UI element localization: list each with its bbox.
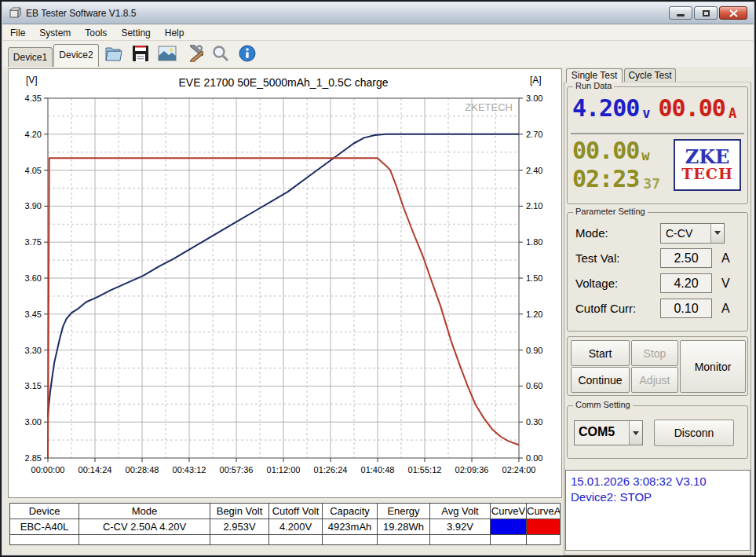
test-val-input[interactable]: 2.50	[660, 248, 712, 268]
voltage-unit-label: V	[721, 277, 730, 291]
time-display: 02:23	[572, 167, 639, 191]
svg-text:1.80: 1.80	[526, 237, 542, 247]
svg-text:ZKETECH: ZKETECH	[465, 101, 513, 113]
svg-text:01:12:00: 01:12:00	[267, 465, 301, 475]
run-data-group: Run Data 4.200 v 00.00 A 00.00 w 02:23 3…	[567, 86, 748, 204]
minimize-button[interactable]	[669, 6, 692, 20]
time-seconds: 37	[643, 177, 660, 191]
disconnect-button[interactable]: Disconn	[654, 420, 734, 446]
results-table: Device Mode Begin Volt Cutoff Volt Capac…	[9, 503, 561, 545]
settings-tools-button[interactable]	[184, 43, 204, 64]
svg-text:3.00: 3.00	[526, 93, 542, 103]
cell-cutoff-volt[interactable]: 4.200V	[269, 519, 322, 534]
menu-help[interactable]: Help	[158, 26, 192, 40]
cell-energy[interactable]: 19.28Wh	[378, 519, 429, 534]
cell-mode[interactable]: C-CV 2.50A 4.20V	[79, 519, 210, 534]
mode-value: C-CV	[661, 224, 710, 243]
save-button[interactable]	[130, 43, 151, 64]
tab-cycle-test[interactable]: Cycle Test	[624, 68, 676, 82]
mode-label: Mode:	[575, 226, 608, 240]
col-avg-volt: Avg Volt	[430, 504, 490, 519]
maximize-button[interactable]	[694, 6, 718, 20]
curve-a-swatch[interactable]	[527, 519, 560, 534]
svg-text:01:26:24: 01:26:24	[314, 465, 348, 475]
col-energy: Energy	[378, 504, 429, 519]
menu-tools[interactable]: Tools	[78, 26, 114, 40]
close-icon	[729, 9, 738, 17]
svg-text:4.05: 4.05	[25, 166, 42, 175]
stop-button[interactable]: Stop	[631, 340, 678, 366]
voltage-unit: v	[642, 107, 650, 120]
test-val-unit: A	[721, 251, 730, 266]
svg-text:0.90: 0.90	[526, 346, 542, 355]
svg-text:3.30: 3.30	[25, 346, 42, 355]
zketech-logo: ZKE TECH	[674, 139, 741, 191]
cell-avg-volt[interactable]: 3.92V	[430, 519, 490, 534]
curve-v-swatch[interactable]	[491, 519, 526, 534]
col-device: Device	[10, 504, 79, 519]
svg-text:02:09:36: 02:09:36	[455, 465, 489, 475]
comm-setting-group: Comm Setting COM5 Disconn	[567, 405, 748, 459]
power-unit: w	[641, 149, 649, 163]
svg-text:0.00: 0.00	[526, 453, 542, 463]
svg-text:[V]: [V]	[26, 75, 38, 86]
adjust-button[interactable]: Adjust	[631, 367, 678, 393]
tab-device2[interactable]: Device2	[53, 44, 99, 67]
logo-line2: TECH	[681, 167, 733, 182]
com-port-value: COM5	[575, 421, 629, 445]
menu-file[interactable]: File	[3, 26, 32, 40]
menu-system[interactable]: System	[32, 26, 78, 40]
svg-text:1.50: 1.50	[526, 273, 542, 283]
chevron-down-icon[interactable]	[710, 224, 724, 243]
voltage-input[interactable]: 4.20	[660, 273, 712, 293]
start-button[interactable]: Start	[571, 340, 630, 366]
svg-text:01:55:12: 01:55:12	[408, 465, 442, 475]
status-box: 15.01.2026 3:08:32 V3.10 Device2: STOP	[565, 470, 751, 551]
logo-line1: ZKE	[685, 148, 730, 167]
window-title: EB Tester Software V1.8.5	[26, 8, 137, 19]
svg-text:00:57:36: 00:57:36	[220, 465, 254, 475]
svg-text:00:00:00: 00:00:00	[31, 465, 65, 475]
titlebar: EB Tester Software V1.8.5	[2, 2, 754, 24]
app-icon	[9, 7, 21, 19]
about-button[interactable]	[237, 43, 257, 64]
zoom-button[interactable]	[210, 43, 231, 64]
info-icon	[239, 45, 256, 62]
toolbar: Device1 Device2	[3, 41, 753, 67]
test-val-label: Test Val:	[575, 251, 619, 265]
comm-setting-label: Comm Setting	[573, 400, 633, 409]
com-port-dropdown[interactable]: COM5	[574, 420, 643, 445]
mode-dropdown[interactable]: C-CV	[660, 223, 725, 244]
svg-text:2.85: 2.85	[25, 453, 42, 463]
svg-text:[A]: [A]	[530, 75, 542, 86]
svg-text:3.60: 3.60	[25, 273, 42, 283]
control-buttons-group: Start Stop Continue Adjust Monitor	[567, 336, 748, 396]
col-capacity: Capacity	[323, 504, 377, 519]
cutoff-curr-input[interactable]: 0.10	[660, 299, 712, 318]
monitor-button[interactable]: Monitor	[680, 340, 746, 393]
cell-capacity[interactable]: 4923mAh	[323, 519, 377, 534]
svg-text:4.35: 4.35	[25, 93, 42, 103]
col-begin-volt: Begin Volt	[210, 504, 268, 519]
app-window: EB Tester Software V1.8.5 File System To…	[0, 0, 756, 557]
power-display: 00.00	[572, 139, 639, 163]
chart-panel: 4.354.204.053.903.753.603.453.303.153.00…	[8, 68, 562, 498]
svg-text:3.75: 3.75	[25, 237, 42, 247]
continue-button[interactable]: Continue	[571, 367, 630, 393]
svg-text:0.60: 0.60	[526, 381, 542, 390]
open-file-button[interactable]	[104, 43, 124, 64]
tools-icon	[184, 45, 203, 62]
svg-text:3.45: 3.45	[25, 310, 42, 319]
tab-device1[interactable]: Device1	[8, 47, 53, 67]
tab-single-test[interactable]: Single Test	[566, 68, 623, 82]
table-row[interactable]: EBC-A40L	[10, 519, 79, 534]
chevron-down-icon[interactable]	[629, 421, 642, 445]
svg-text:00:43:12: 00:43:12	[173, 465, 206, 475]
cell-begin-volt[interactable]: 2.953V	[210, 519, 268, 534]
export-image-button[interactable]	[157, 43, 177, 64]
menu-setting[interactable]: Setting	[114, 26, 157, 40]
col-cutoff-volt: Cutoff Volt	[269, 504, 322, 519]
svg-text:02:24:00: 02:24:00	[502, 465, 536, 475]
close-button[interactable]	[719, 6, 747, 20]
svg-text:00:14:24: 00:14:24	[79, 465, 112, 475]
